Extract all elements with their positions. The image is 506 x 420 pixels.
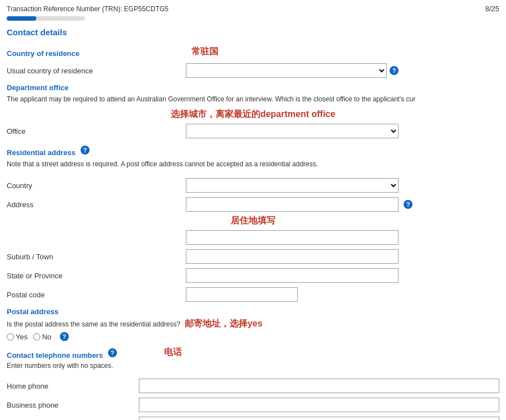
postal-help-icon[interactable]: ?: [60, 332, 69, 341]
progress-bar-fill: [7, 16, 36, 21]
postal-address-title: Postal address: [7, 307, 499, 316]
state-input[interactable]: [186, 268, 399, 283]
address-input[interactable]: [186, 197, 399, 212]
contact-details-title: Contact details: [7, 27, 499, 37]
address-country-select[interactable]: [186, 178, 399, 193]
postal-code-label: Postal code: [7, 291, 186, 299]
postal-yes-label[interactable]: Yes: [7, 333, 27, 341]
state-label: State or Province: [7, 272, 186, 280]
suburb-input[interactable]: [186, 249, 399, 264]
telephone-help-icon[interactable]: ?: [108, 348, 117, 357]
home-phone-input[interactable]: [139, 379, 499, 393]
business-phone-label: Business phone: [7, 401, 139, 409]
progress-bar: [7, 16, 85, 21]
department-office-annotation: 选择城市，离家最近的department office: [7, 109, 499, 120]
country-annotation: 常驻国: [191, 46, 218, 58]
telephone-instruction: Enter numbers only with no spaces.: [7, 361, 499, 371]
postal-address-question: Is the postal address the same as the re…: [7, 319, 180, 329]
office-select[interactable]: [186, 124, 399, 138]
country-help-icon[interactable]: ?: [390, 66, 399, 75]
page-indicator: 8/25: [485, 4, 499, 13]
residential-address-title: Residential address: [7, 148, 76, 157]
country-of-residence-select[interactable]: [186, 63, 387, 78]
postal-no-label[interactable]: No: [33, 333, 51, 341]
home-phone-label: Home phone: [7, 382, 139, 390]
postal-address-annotation: 邮寄地址，选择yes: [185, 318, 263, 330]
postal-no-text: No: [42, 333, 51, 341]
postal-yes-text: Yes: [16, 333, 27, 341]
suburb-label: Suburb / Town: [7, 253, 186, 261]
residential-address-note: Note that a street address is required. …: [7, 159, 499, 169]
address-annotation: 居住地填写: [7, 215, 499, 227]
mobile-phone-input[interactable]: [139, 417, 499, 420]
business-phone-input[interactable]: [139, 398, 499, 412]
department-office-title: Department office: [7, 83, 499, 92]
country-of-residence-title: Country of residence: [7, 49, 79, 58]
postal-code-input[interactable]: [186, 287, 298, 302]
address-country-label: Country: [7, 181, 186, 190]
postal-yes-radio[interactable]: [7, 333, 14, 340]
department-office-description: The applicant may be required to attend …: [7, 94, 499, 104]
address-help-icon[interactable]: ?: [404, 200, 413, 209]
address-label: Address: [7, 200, 186, 209]
postal-no-radio[interactable]: [33, 333, 40, 340]
trn-label: Transaction Reference Number (TRN): EGP5…: [7, 5, 168, 13]
address-line2-input[interactable]: [186, 230, 399, 245]
office-label: Office: [7, 127, 186, 136]
usual-country-label: Usual country of residence: [7, 67, 186, 75]
telephone-annotation: 电话: [164, 347, 182, 358]
residential-address-help-icon[interactable]: ?: [81, 146, 90, 155]
telephone-title: Contact telephone numbers: [7, 351, 103, 360]
